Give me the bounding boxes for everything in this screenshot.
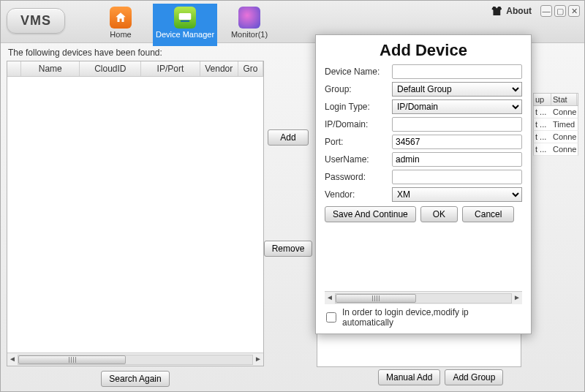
about-button[interactable]: About bbox=[491, 6, 532, 16]
dialog-hscroll[interactable]: ◄ ► bbox=[325, 291, 522, 304]
scroll-left-icon[interactable]: ◄ bbox=[325, 293, 335, 304]
col-cloudid[interactable]: CloudID bbox=[80, 61, 141, 76]
col-ipport[interactable]: IP/Port bbox=[141, 61, 200, 76]
label-username: UserName: bbox=[325, 154, 392, 165]
label-port: Port: bbox=[325, 137, 392, 147]
label-password: Password: bbox=[325, 172, 392, 182]
col-group[interactable]: Gro bbox=[238, 61, 263, 76]
found-devices-hscroll[interactable]: ◄ ► bbox=[7, 353, 263, 366]
table-row[interactable]: t ...Connec bbox=[533, 106, 578, 118]
window-minimize-button[interactable]: — bbox=[540, 5, 552, 17]
tab-monitor-label: Monitor(1) bbox=[231, 30, 268, 39]
svg-rect-0 bbox=[179, 13, 192, 20]
found-devices-header: Name CloudID IP/Port Vendor Gro bbox=[7, 61, 263, 77]
scroll-right-icon[interactable]: ► bbox=[253, 355, 263, 365]
label-login-type: Login Type: bbox=[325, 102, 392, 112]
device-manager-icon bbox=[174, 7, 196, 29]
about-label: About bbox=[506, 6, 532, 16]
window-maximize-button[interactable]: ▢ bbox=[554, 5, 566, 17]
col-name[interactable]: Name bbox=[21, 61, 80, 76]
monitor-icon bbox=[238, 7, 260, 29]
col-vendor[interactable]: Vendor bbox=[200, 61, 238, 76]
add-device-dialog: Add Device Device Name: Group: Default G… bbox=[315, 34, 532, 334]
tab-monitor[interactable]: Monitor(1) bbox=[217, 4, 282, 46]
ok-button[interactable]: OK bbox=[420, 206, 458, 222]
col-status-right[interactable]: Stat bbox=[551, 94, 577, 105]
label-group: Group: bbox=[325, 84, 392, 94]
managed-devices-right-slice: up Stat t ...Connec t ...Timed t ...Conn… bbox=[533, 93, 578, 156]
username-input[interactable] bbox=[392, 152, 522, 167]
manual-add-button[interactable]: Manual Add bbox=[378, 369, 440, 385]
tab-device-manager[interactable]: Device Manager bbox=[153, 4, 217, 46]
scroll-right-icon[interactable]: ► bbox=[512, 293, 522, 304]
table-row[interactable]: t ...Connec bbox=[533, 143, 578, 156]
home-icon bbox=[110, 7, 132, 29]
ip-domain-input[interactable] bbox=[392, 117, 522, 132]
port-input[interactable] bbox=[392, 135, 522, 149]
table-row[interactable]: t ...Connec bbox=[533, 131, 578, 143]
remove-button[interactable]: Remove bbox=[264, 241, 313, 257]
password-input[interactable] bbox=[392, 170, 522, 184]
label-ip-domain: IP/Domain: bbox=[325, 119, 392, 129]
svg-rect-1 bbox=[181, 20, 189, 22]
col-group-right[interactable]: up bbox=[534, 94, 551, 105]
add-group-button[interactable]: Add Group bbox=[445, 369, 503, 385]
window-close-button[interactable]: ✕ bbox=[568, 5, 580, 17]
found-devices-grid[interactable]: Name CloudID IP/Port Vendor Gro ◄ ► bbox=[7, 61, 264, 366]
save-and-continue-button[interactable]: Save And Continue bbox=[325, 206, 416, 222]
tab-home-label: Home bbox=[110, 30, 131, 39]
scroll-thumb[interactable] bbox=[18, 355, 126, 364]
app-title: VMS bbox=[7, 8, 65, 34]
cancel-button[interactable]: Cancel bbox=[462, 206, 514, 222]
col-select[interactable] bbox=[7, 61, 21, 76]
group-select[interactable]: Default Group bbox=[392, 82, 522, 97]
add-button[interactable]: Add bbox=[268, 129, 308, 146]
search-again-button[interactable]: Search Again bbox=[101, 371, 169, 387]
found-devices-body[interactable] bbox=[7, 77, 263, 353]
found-devices-caption: The following devices have been found: bbox=[7, 48, 264, 58]
dialog-title: Add Device bbox=[325, 41, 522, 60]
login-type-select[interactable]: IP/Domain bbox=[392, 99, 522, 114]
label-vendor: Vendor: bbox=[325, 189, 392, 200]
tab-device-manager-label: Device Manager bbox=[156, 30, 214, 39]
found-devices-panel: The following devices have been found: N… bbox=[7, 48, 264, 387]
device-name-input[interactable] bbox=[392, 64, 522, 79]
scroll-thumb[interactable] bbox=[336, 294, 416, 303]
main-content: The following devices have been found: N… bbox=[1, 43, 584, 392]
label-device-name: Device Name: bbox=[325, 67, 392, 77]
table-row[interactable]: t ...Timed bbox=[533, 118, 578, 131]
vendor-select[interactable]: XM bbox=[392, 187, 522, 202]
auto-modify-ip-checkbox[interactable] bbox=[326, 312, 336, 323]
auto-modify-ip-label: In order to login device,modify ip autom… bbox=[342, 307, 522, 328]
transfer-buttons: Add Remove bbox=[264, 48, 312, 387]
tab-home[interactable]: Home bbox=[88, 4, 153, 46]
about-icon bbox=[491, 7, 502, 15]
tab-bar: Home Device Manager Monitor(1) bbox=[88, 4, 282, 42]
scroll-left-icon[interactable]: ◄ bbox=[7, 355, 18, 365]
